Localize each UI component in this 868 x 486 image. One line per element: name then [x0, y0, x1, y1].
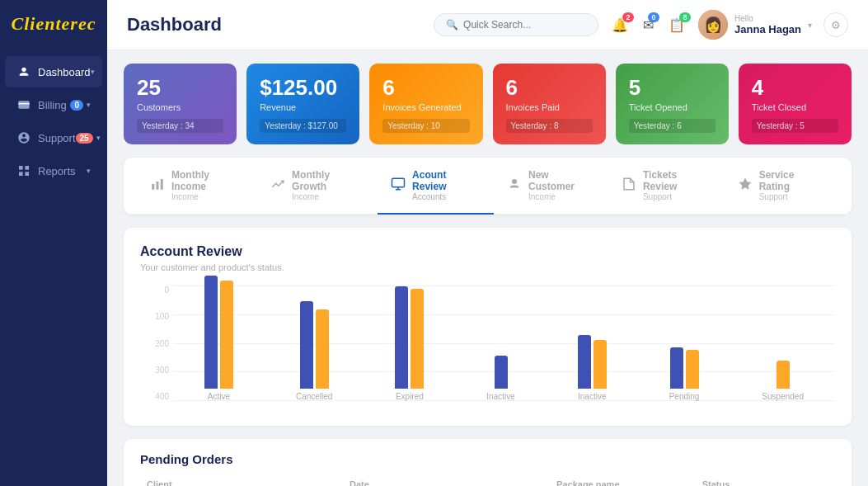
tab-new-customer-sub: Income — [528, 192, 595, 201]
bar-orange — [686, 350, 699, 389]
stat-label-ticket-closed: Ticket Closed — [752, 102, 838, 112]
stat-card-customers: 25 Customers Yesterday : 34 — [124, 64, 237, 144]
sidebar-item-label: Support — [38, 132, 76, 144]
chart-card: Account Review Your customer and product… — [124, 228, 852, 426]
sidebar-item-reports[interactable]: Reports ▾ — [5, 155, 102, 186]
search-input[interactable] — [463, 19, 586, 31]
tab-tickets-review[interactable]: Tickets Review Support — [608, 158, 725, 215]
tab-service-rating-title: Service Rating — [759, 169, 825, 192]
stat-card-ticket-opened: 5 Ticket Opened Yesterday : 6 — [616, 64, 729, 144]
page-content: 25 Customers Yesterday : 34 $125.00 Reve… — [107, 50, 868, 486]
chevron-icon: ▾ — [96, 134, 101, 142]
gear-icon: ⚙ — [831, 19, 841, 31]
main-content: Dashboard 🔍 🔔 2 ✉ 0 📋 8 👩 — [107, 0, 868, 486]
billing-icon — [16, 97, 31, 112]
chevron-icon: ▾ — [91, 68, 95, 76]
col-date: Date — [343, 474, 550, 486]
bar-blue — [670, 347, 683, 389]
stat-label-customers: Customers — [137, 102, 223, 112]
chart-title: Account Review — [140, 244, 835, 259]
sidebar-item-dashboard[interactable]: Dashboard ▾ — [5, 56, 102, 87]
bar-label: Suspended — [762, 392, 804, 401]
support-icon — [16, 130, 31, 145]
svg-rect-9 — [392, 178, 405, 187]
tasks-button[interactable]: 📋 8 — [667, 16, 687, 35]
svg-point-0 — [21, 68, 26, 72]
tab-new-customer[interactable]: New Customer Income — [494, 158, 608, 215]
stat-card-ticket-closed: 4 Ticket Closed Yesterday : 5 — [739, 64, 852, 144]
chart-group: Cancelled — [296, 273, 332, 401]
svg-point-12 — [512, 179, 517, 184]
sidebar-navigation: Dashboard ▾ Billing 0 ▾ Support — [0, 54, 107, 188]
stat-label-ticket-opened: Ticket Opened — [629, 102, 716, 112]
bar-label: Inactive — [486, 392, 514, 401]
col-package: Package name — [550, 474, 696, 486]
stat-yesterday-ticket-closed: Yesterday : 5 — [752, 119, 838, 133]
tab-tickets-review-title: Tickets Review — [643, 169, 711, 192]
notifications-button[interactable]: 🔔 2 — [610, 16, 630, 35]
new-customer-icon — [507, 177, 522, 195]
tab-monthly-growth[interactable]: Monthly Growth Income — [257, 158, 378, 215]
avatar: 👩 — [698, 10, 728, 40]
messages-button[interactable]: ✉ 0 — [641, 16, 655, 35]
stat-number-invoices-paid: 6 — [506, 75, 593, 101]
bar-orange — [777, 361, 790, 389]
search-bar[interactable]: 🔍 — [434, 13, 598, 36]
dashboard-icon — [16, 64, 31, 79]
sidebar-item-label: Billing — [38, 99, 67, 111]
tab-monthly-income-title: Monthly Income — [171, 169, 244, 192]
bar-orange — [594, 340, 607, 389]
chart-group: Expired — [395, 273, 424, 401]
svg-rect-7 — [157, 182, 159, 190]
sidebar-item-label: Reports — [38, 165, 76, 177]
stat-label-invoices-paid: Invoices Paid — [506, 102, 593, 112]
stat-yesterday-ticket-opened: Yesterday : 6 — [629, 119, 716, 133]
chart-y-axis: 400 300 200 100 0 — [140, 285, 169, 401]
user-info[interactable]: 👩 Hello Janna Hagan ▾ — [698, 10, 812, 40]
monthly-income-icon — [150, 177, 165, 195]
bar-pair — [495, 273, 508, 389]
user-chevron-icon: ▾ — [808, 21, 812, 30]
messages-badge: 0 — [648, 12, 659, 22]
bar-label: Active — [208, 392, 230, 401]
bar-pair — [204, 273, 233, 389]
stat-yesterday-revenue: Yesterday : $127.00 — [260, 119, 346, 133]
bar-label: Inactive — [578, 392, 606, 401]
stat-card-invoices-generated: 6 Invoices Generated Yesterday : 10 — [369, 64, 482, 144]
bar-pair — [777, 273, 790, 389]
tabs-card: Monthly Income Income Monthly Growth Inc… — [124, 158, 852, 215]
pending-orders-card: Pending Orders Client Date Package name … — [124, 439, 852, 486]
col-client: Client — [140, 474, 343, 486]
stat-number-ticket-closed: 4 — [752, 75, 838, 101]
chevron-icon: ▾ — [87, 101, 91, 109]
chart-group: Pending — [669, 273, 700, 401]
settings-button[interactable]: ⚙ — [823, 12, 848, 37]
sidebar: Clienterec Dashboard ▾ Billing 0 ▾ — [0, 0, 107, 486]
bar-pair — [300, 273, 329, 389]
page-title: Dashboard — [127, 14, 222, 35]
tab-service-rating-sub: Support — [759, 192, 825, 201]
tab-monthly-income[interactable]: Monthly Income Income — [137, 158, 257, 215]
bar-label: Cancelled — [296, 392, 332, 401]
page-header: Dashboard 🔍 🔔 2 ✉ 0 📋 8 👩 — [107, 0, 868, 50]
stat-card-revenue: $125.00 Revenue Yesterday : $127.00 — [246, 64, 359, 144]
header-actions: 🔍 🔔 2 ✉ 0 📋 8 👩 Hello Jann — [434, 10, 848, 40]
stat-number-invoices-generated: 6 — [382, 75, 469, 101]
notification-badge: 2 — [622, 12, 634, 22]
stat-number-ticket-opened: 5 — [629, 75, 716, 101]
search-icon: 🔍 — [446, 19, 458, 31]
service-rating-icon — [738, 177, 753, 195]
tab-account-review[interactable]: Acount Review Accounts — [378, 158, 494, 215]
tab-account-review-title: Acount Review — [412, 169, 481, 192]
tab-service-rating[interactable]: Service Rating Support — [725, 158, 838, 215]
stat-yesterday-invoices-generated: Yesterday : 10 — [382, 119, 469, 133]
stat-card-invoices-paid: 6 Invoices Paid Yesterday : 8 — [493, 64, 606, 144]
pending-orders-title: Pending Orders — [140, 452, 835, 466]
sidebar-item-support[interactable]: Support 25 ▾ — [5, 122, 102, 153]
stat-label-revenue: Revenue — [260, 102, 346, 112]
chart-bars: ActiveCancelledExpiredInactiveInactivePe… — [173, 285, 835, 418]
bar-label: Expired — [396, 392, 424, 401]
stats-row: 25 Customers Yesterday : 34 $125.00 Reve… — [124, 64, 852, 144]
sidebar-item-billing[interactable]: Billing 0 ▾ — [5, 89, 102, 120]
chevron-icon: ▾ — [87, 167, 91, 175]
